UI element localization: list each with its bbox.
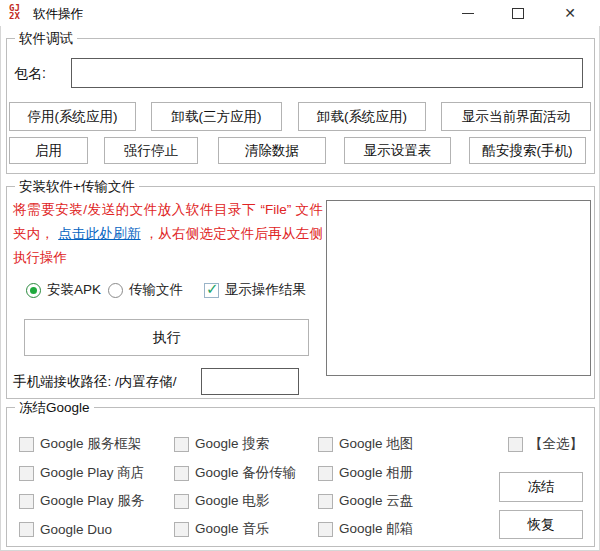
- freeze-group: 冻结Google Google 服务框架 Google 搜索 Google 地图…: [6, 407, 595, 547]
- checkbox-google-backup-transport[interactable]: Google 备份传输: [174, 464, 296, 482]
- checkbox-label: 【全选】: [529, 435, 583, 453]
- checkbox-label: Google 云盘: [339, 492, 413, 510]
- checkbox-label: Google 搜索: [195, 435, 269, 453]
- restore-button[interactable]: 恢复: [499, 510, 583, 539]
- freeze-group-legend: 冻结Google: [15, 399, 94, 416]
- title-bar: GJ2X 软件操作 ✕: [0, 0, 600, 26]
- refresh-link[interactable]: 点击此处刷新: [58, 226, 140, 241]
- checkbox-select-all[interactable]: 【全选】: [508, 435, 583, 453]
- package-name-label: 包名:: [14, 65, 46, 83]
- checkbox-icon: [174, 437, 189, 452]
- maximize-icon: [512, 8, 524, 19]
- close-icon: ✕: [564, 6, 576, 20]
- disable-system-app-button[interactable]: 停用(系统应用): [9, 102, 136, 131]
- checkbox-icon: [318, 522, 333, 537]
- checkbox-google-play-services[interactable]: Google Play 服务: [19, 492, 144, 510]
- checkbox-google-drive[interactable]: Google 云盘: [318, 492, 413, 510]
- show-current-activity-button[interactable]: 显示当前界面活动: [441, 102, 591, 131]
- radio-transfer-file-label: 传输文件: [129, 281, 183, 299]
- app-window: GJ2X 软件操作 ✕ 软件调试 包名: 停用(系统应用) 卸载(三方应用) 卸…: [0, 0, 600, 551]
- checkbox-google-mail[interactable]: Google 邮箱: [318, 520, 413, 538]
- uninstall-thirdparty-app-button[interactable]: 卸载(三方应用): [151, 102, 282, 131]
- radio-install-apk-label: 安装APK: [47, 281, 101, 299]
- close-button[interactable]: ✕: [550, 0, 590, 26]
- package-name-input[interactable]: [71, 58, 583, 88]
- checkbox-icon: [318, 494, 333, 509]
- checkbox-icon: [19, 522, 34, 537]
- minimize-button[interactable]: [450, 0, 486, 26]
- enable-button[interactable]: 启用: [9, 137, 88, 164]
- checkbox-google-duo[interactable]: Google Duo: [19, 520, 112, 538]
- show-settings-table-button[interactable]: 显示设置表: [344, 137, 451, 164]
- checkbox-icon: [174, 522, 189, 537]
- checkbox-label: Google 备份传输: [195, 464, 296, 482]
- checkbox-icon: [19, 437, 34, 452]
- show-result-checkbox-icon: [204, 283, 219, 298]
- show-result-checkbox-label: 显示操作结果: [225, 281, 306, 299]
- execute-button[interactable]: 执行: [24, 319, 309, 356]
- checkbox-google-movies[interactable]: Google 电影: [174, 492, 269, 510]
- receive-path-label: 手机端接收路径: /内置存储/: [13, 373, 177, 391]
- checkbox-label: Google 相册: [339, 464, 413, 482]
- radio-transfer-file[interactable]: 传输文件: [108, 281, 183, 299]
- checkbox-label: Google Play 商店: [40, 464, 144, 482]
- app-logo-icon: GJ2X: [9, 4, 20, 20]
- checkbox-google-maps[interactable]: Google 地图: [318, 435, 413, 453]
- checkbox-label: Google Play 服务: [40, 492, 144, 510]
- file-listbox[interactable]: [326, 200, 591, 376]
- debug-group-legend: 软件调试: [15, 30, 77, 47]
- radio-transfer-file-icon: [108, 283, 123, 298]
- checkbox-google-play-store[interactable]: Google Play 商店: [19, 464, 144, 482]
- checkbox-label: Google 音乐: [195, 520, 269, 538]
- checkbox-icon: [174, 494, 189, 509]
- radio-install-apk[interactable]: 安装APK: [26, 281, 101, 299]
- checkbox-icon: [318, 466, 333, 481]
- checkbox-icon: [19, 494, 34, 509]
- maximize-button[interactable]: [500, 0, 536, 26]
- checkbox-label: Google 地图: [339, 435, 413, 453]
- minimize-icon: [462, 13, 474, 14]
- uninstall-system-app-button[interactable]: 卸载(系统应用): [298, 102, 426, 131]
- checkbox-icon: [174, 466, 189, 481]
- receive-path-input[interactable]: [201, 368, 299, 395]
- clear-data-button[interactable]: 清除数据: [218, 137, 326, 164]
- show-result-checkbox[interactable]: 显示操作结果: [204, 281, 306, 299]
- checkbox-icon: [318, 437, 333, 452]
- freeze-button[interactable]: 冻结: [499, 472, 583, 502]
- checkbox-google-search[interactable]: Google 搜索: [174, 435, 269, 453]
- checkbox-icon: [508, 437, 523, 452]
- checkbox-label: Google 服务框架: [40, 435, 141, 453]
- checkbox-icon: [19, 466, 34, 481]
- checkbox-label: Google Duo: [40, 522, 112, 537]
- install-group: 安装软件+传输文件 将需要安装/发送的文件放入软件目录下 “File” 文件夹内…: [6, 186, 595, 399]
- checkbox-google-photos[interactable]: Google 相册: [318, 464, 413, 482]
- debug-group: 软件调试 包名: 停用(系统应用) 卸载(三方应用) 卸载(系统应用) 显示当前…: [6, 38, 595, 174]
- checkbox-google-services-framework[interactable]: Google 服务框架: [19, 435, 141, 453]
- checkbox-google-music[interactable]: Google 音乐: [174, 520, 269, 538]
- checkbox-label: Google 电影: [195, 492, 269, 510]
- install-note: 将需要安装/发送的文件放入软件目录下 “File” 文件夹内， 点击此处刷新 ，…: [13, 198, 323, 270]
- radio-install-apk-icon: [26, 283, 41, 298]
- install-group-legend: 安装软件+传输文件: [15, 178, 139, 195]
- checkbox-label: Google 邮箱: [339, 520, 413, 538]
- coolapk-search-button[interactable]: 酷安搜索(手机): [469, 137, 586, 164]
- window-title: 软件操作: [33, 6, 83, 23]
- force-stop-button[interactable]: 强行停止: [104, 137, 198, 164]
